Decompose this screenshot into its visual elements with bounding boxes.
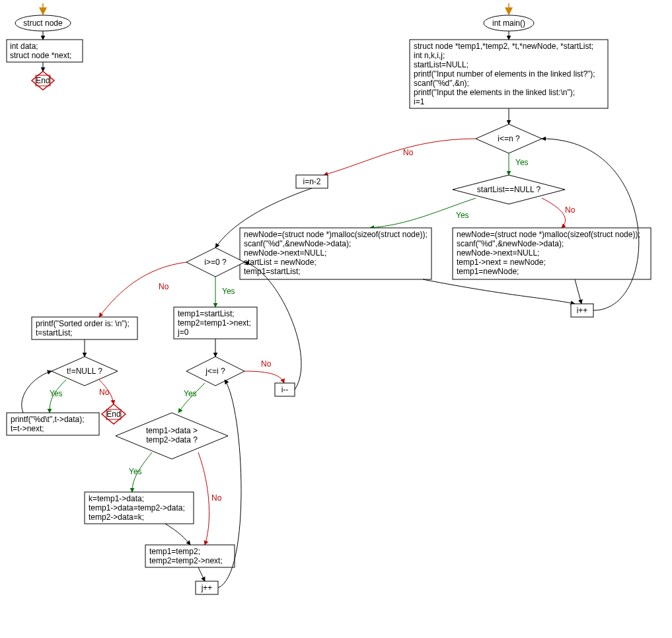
decision-label: i>=0 ?	[204, 258, 227, 267]
end-label: End	[106, 409, 120, 419]
edge-label: No	[159, 282, 169, 291]
edge	[198, 567, 205, 581]
code-line: struct node *temp1,*temp2, *t,*newNode, …	[414, 42, 593, 51]
decision-label: t!=NULL ?	[67, 367, 102, 376]
code-line: scanf("%d",&newNode->data);	[244, 239, 351, 248]
code-line: i++	[577, 306, 588, 315]
code-line: temp1=startList;	[244, 267, 301, 276]
code-line: temp1=startList;	[178, 309, 235, 318]
code-line: startList=NULL;	[414, 60, 468, 69]
code-line: temp1=temp2;	[149, 547, 200, 556]
code-line: i=n-2	[303, 177, 320, 186]
code-line: t=t->next;	[11, 424, 44, 433]
code-line: scanf("%d",&n);	[414, 79, 469, 88]
end-node: End	[102, 404, 126, 424]
decision-label: temp1->data >	[146, 426, 198, 435]
edge	[575, 279, 581, 304]
code-line: newNode=(struct node *)malloc(sizeof(str…	[457, 230, 640, 239]
end-node: End	[32, 71, 54, 90]
edge-no	[244, 371, 284, 383]
flowchart-canvas: struct node int data; struct node *next;…	[0, 0, 672, 638]
decision-label: i<=n ?	[498, 134, 520, 143]
code-line: printf("Input the elements in the linked…	[414, 88, 575, 97]
code-line: t=startList;	[36, 328, 73, 337]
code-line: j++	[201, 583, 213, 592]
edge-label: Yes	[515, 158, 529, 167]
edge-label: No	[261, 359, 272, 369]
edge-no	[542, 198, 566, 228]
code-line: temp2=temp2->next;	[149, 556, 223, 565]
edge-label: No	[403, 148, 414, 157]
edge-label: Yes	[184, 389, 197, 398]
code-line: j=0	[177, 328, 189, 337]
edge-label: No	[565, 205, 576, 215]
edge-no	[198, 452, 209, 545]
code-line: i--	[281, 385, 289, 394]
edge-no	[324, 139, 476, 175]
edge-label: No	[211, 493, 222, 503]
code-line: k=temp1->data;	[89, 494, 144, 503]
decision-label: temp2->data ?	[146, 435, 198, 444]
code-line: scanf("%d",&newNode->data);	[457, 239, 564, 248]
code-line: startList = newNode;	[244, 258, 317, 267]
code-line: printf("%d\t",t->data);	[11, 415, 85, 424]
edge	[165, 524, 190, 545]
edge-label: Yes	[222, 287, 235, 296]
decision-label: j<=i ?	[205, 367, 225, 376]
code-line: newNode=(struct node *)malloc(sizeof(str…	[244, 230, 428, 239]
code-line: printf("Sorted order is: \n");	[36, 319, 130, 328]
edge-loop	[542, 139, 639, 310]
main-group: int main() struct node *temp1,*temp2, *t…	[7, 3, 651, 594]
edge-label: Yes	[50, 389, 63, 398]
code-line: temp1->data=temp2->data;	[89, 503, 185, 513]
code-line: temp1=newNode;	[457, 267, 519, 276]
edge-label: Yes	[129, 467, 142, 476]
code-line: temp2->data=k;	[89, 513, 144, 522]
edge-label: Yes	[456, 211, 469, 220]
code-line: newNode->next=NULL;	[457, 248, 539, 258]
code-line: struct node *next;	[10, 51, 71, 60]
start-label: struct node	[23, 18, 63, 28]
code-line: printf("Input number of elements in the …	[414, 69, 595, 79]
decision-label: startList==NULL ?	[477, 185, 541, 194]
edge-label: No	[99, 388, 110, 397]
code-line: int n,k,i,j;	[414, 51, 445, 60]
edge-no	[99, 262, 186, 317]
struct-node-group: struct node int data; struct node *next;…	[7, 3, 83, 90]
code-line: temp2=temp1->next;	[178, 318, 251, 328]
code-line: newNode->next=NULL;	[244, 248, 326, 258]
start-label: int main()	[492, 18, 525, 28]
code-line: temp1->next = newNode;	[457, 258, 546, 267]
end-label: End	[36, 76, 50, 85]
code-line: i=1	[414, 97, 425, 106]
edge-loop	[22, 371, 52, 413]
edge	[423, 279, 575, 304]
code-line: int data;	[10, 42, 38, 51]
